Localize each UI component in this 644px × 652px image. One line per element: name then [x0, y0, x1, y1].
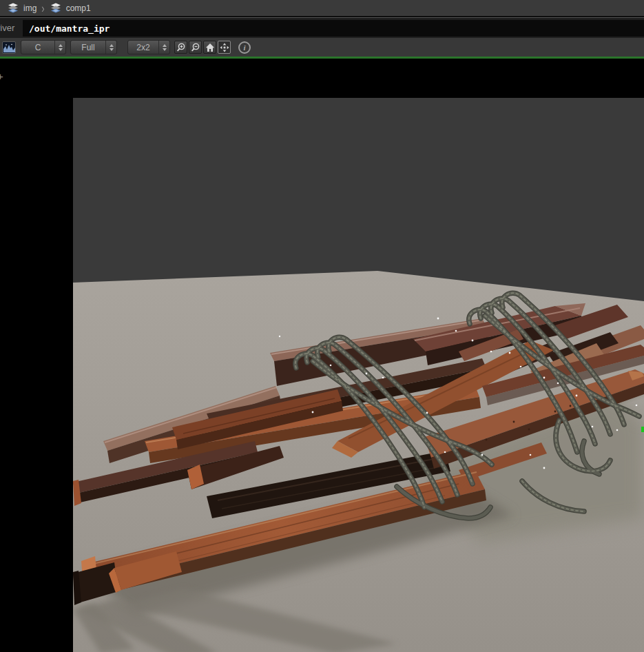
breadcrumb-label: img [23, 3, 37, 13]
breadcrumb-item-comp1[interactable]: comp1 [46, 1, 94, 15]
channel-dropdown-value: C [21, 41, 54, 54]
preview-thumbnail-button[interactable] [2, 41, 16, 54]
info-button[interactable]: i [238, 41, 251, 54]
zoom-out-button[interactable] [189, 41, 202, 54]
network-breadcrumb-bar: img › comp1 [0, 0, 644, 17]
spinner-up-icon [110, 44, 114, 47]
channel-dropdown[interactable]: C [21, 40, 66, 54]
network-layers-icon [7, 3, 19, 14]
spinner-up-icon [163, 44, 167, 47]
resolution-spinner[interactable] [105, 41, 116, 54]
resolution-dropdown-value: Full [71, 41, 105, 54]
channel-spinner[interactable] [54, 41, 65, 54]
spinner-down-icon [163, 48, 167, 51]
driver-label: river [0, 23, 14, 33]
render-viewport[interactable] [73, 98, 644, 652]
breadcrumb-item-img[interactable]: img [3, 1, 40, 15]
spinner-down-icon [110, 48, 114, 51]
spinner-up-icon [59, 44, 63, 47]
resolution-dropdown[interactable]: Full [70, 40, 117, 54]
zoom-out-icon [191, 43, 200, 52]
home-view-button[interactable] [203, 41, 216, 54]
render-view-toolbar: C Full 2x2 [0, 38, 644, 57]
home-icon [205, 43, 215, 52]
network-layers-icon [50, 3, 62, 14]
zoom-in-button[interactable] [174, 41, 187, 54]
breadcrumb-label: comp1 [66, 3, 91, 13]
grid-dropdown[interactable]: 2x2 [127, 40, 170, 54]
render-driver-row: river [0, 17, 644, 38]
viewport-edge-marker [641, 427, 644, 432]
breadcrumb-separator-icon: › [41, 1, 44, 15]
spinner-down-icon [59, 48, 63, 51]
fit-view-icon [220, 43, 229, 52]
preview-thumbnail-icon [3, 43, 15, 52]
render-driver-path-input[interactable] [23, 20, 644, 37]
zoom-in-icon [176, 43, 186, 52]
fit-view-button[interactable] [218, 41, 231, 54]
grid-dropdown-value: 2x2 [128, 41, 158, 54]
grid-spinner[interactable] [158, 41, 169, 54]
zoom-button-group [174, 41, 231, 54]
clipped-glyph: + [0, 70, 3, 82]
render-image [73, 98, 644, 652]
info-icon: i [243, 43, 245, 52]
render-progress-bar [0, 57, 644, 59]
